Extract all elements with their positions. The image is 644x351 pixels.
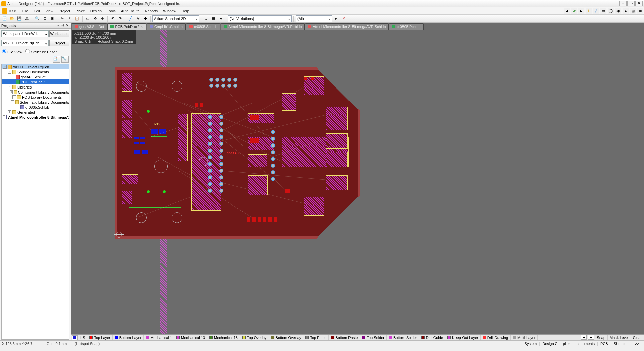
doc-tab-1[interactable]: PCB.PcbDoc *✕: [107, 23, 146, 30]
layer-nav-left[interactable]: ◄: [581, 335, 587, 340]
layer-set-ls[interactable]: LS: [78, 335, 87, 340]
open-button[interactable]: 📂: [9, 15, 15, 22]
layer-snap-tab[interactable]: Snap: [595, 335, 608, 340]
layer-tab-2[interactable]: Mechanical 1: [144, 335, 174, 340]
save-button[interactable]: 💾: [16, 15, 23, 22]
cross-probe-button[interactable]: ✚: [142, 15, 149, 22]
layer-tab-6[interactable]: Bottom Overlay: [269, 335, 304, 340]
tree-pcb-file[interactable]: PCB.PcbDoc *: [2, 79, 69, 84]
layer-tab-5[interactable]: Top Overlay: [240, 335, 269, 340]
comp-header-2x5[interactable]: [206, 75, 247, 92]
layer-tab-12[interactable]: Keep-Out Layer: [445, 335, 481, 340]
nav-back-button[interactable]: ◄: [564, 8, 570, 14]
panel-close-button[interactable]: ✕: [65, 24, 69, 28]
menu-place[interactable]: Place: [73, 8, 88, 14]
filter-clear-button[interactable]: ✕: [340, 15, 347, 22]
doc-tab-4[interactable]: Atmel Microcontroller 8-Bit megaAVR.PcbL…: [221, 23, 305, 30]
status-tab-design-compiler[interactable]: Design Compiler: [539, 342, 572, 346]
pcb-board[interactable]: gostA3 R13: [117, 70, 358, 236]
layer-set-button[interactable]: [72, 335, 78, 340]
menu-help[interactable]: Help: [179, 8, 192, 14]
status-tab-pcb[interactable]: PCB: [597, 342, 611, 346]
workspace-combo[interactable]: Workspace1.DsnWrk: [1, 30, 49, 37]
tree-sch-lib[interactable]: −Schematic Library Documents: [2, 100, 69, 105]
doc-tab-3[interactable]: cr0805.SchLib: [186, 23, 220, 30]
nav-home-button[interactable]: ⟳: [571, 8, 577, 14]
layer-clear-tab[interactable]: Clear: [631, 335, 644, 340]
redo-button[interactable]: ↷: [117, 15, 123, 22]
nav-fwd-button[interactable]: ►: [578, 8, 584, 14]
select-button[interactable]: ▭: [84, 15, 91, 22]
new-button[interactable]: 📄: [1, 15, 8, 22]
menu-design[interactable]: Design: [88, 8, 104, 14]
menu-project[interactable]: Project: [56, 8, 73, 14]
layer-tab-11[interactable]: Drill Guide: [419, 335, 445, 340]
comp-hj[interactable]: [326, 115, 348, 130]
menu-dxp[interactable]: DXP: [9, 9, 16, 13]
menu-window[interactable]: Window: [160, 8, 179, 14]
comp-xd[interactable]: [122, 174, 138, 184]
diff-route-button[interactable]: ≋: [135, 15, 141, 22]
filter-combo[interactable]: (All): [296, 15, 332, 22]
layer-tab-8[interactable]: Bottom Paste: [329, 335, 360, 340]
status-tab-instruments[interactable]: Instruments: [573, 342, 597, 346]
layer-tab-13[interactable]: Drill Drawing: [481, 335, 511, 340]
minimize-button[interactable]: ─: [619, 1, 627, 6]
layer-tab-3[interactable]: Mechanical 13: [174, 335, 207, 340]
dxp-icon[interactable]: [2, 8, 7, 14]
comp-hf[interactable]: [282, 93, 296, 111]
place-line-button[interactable]: ╱: [593, 8, 599, 14]
comp-xb[interactable]: [122, 100, 132, 118]
place-shape-button[interactable]: ▭: [600, 8, 606, 14]
doc-tab-2[interactable]: CmpLib1.CmpLib: [147, 23, 186, 30]
tree-tool1-button[interactable]: 📑: [53, 56, 60, 63]
menu-edit[interactable]: Edit: [31, 8, 43, 14]
layer-tab-0[interactable]: Top Layer: [87, 335, 112, 340]
place-comp-button[interactable]: ▦: [630, 8, 636, 14]
filter-apply-button[interactable]: ▸: [333, 15, 340, 22]
pcb-canvas[interactable]: gostA3 R13: [71, 30, 644, 334]
status-tab-shortcuts[interactable]: Shortcuts: [611, 342, 632, 346]
workspace-button[interactable]: Workspace: [49, 30, 69, 37]
comp-hm[interactable]: [326, 175, 348, 190]
comp-hh[interactable]: [304, 197, 324, 216]
radio-structure-editor[interactable]: Structure Editor: [25, 49, 56, 54]
comp-he[interactable]: [248, 175, 268, 195]
radio-file-view[interactable]: File View: [2, 49, 22, 54]
tree-generated[interactable]: +Generated: [2, 110, 69, 115]
place-text-button[interactable]: A: [623, 8, 629, 14]
cut-button[interactable]: ✂: [59, 15, 66, 22]
status-tab-system[interactable]: System: [522, 342, 540, 346]
tree-project-root[interactable]: −roBOT_Project.PrjPcb: [2, 64, 69, 69]
tree-sch-lib-file[interactable]: cr0805.SchLib: [2, 105, 69, 110]
menu-autoroute[interactable]: Auto Route: [118, 8, 142, 14]
maximize-button[interactable]: ▭: [627, 1, 635, 6]
menu-file[interactable]: File: [20, 8, 31, 14]
grid-button[interactable]: ▦: [210, 15, 217, 22]
deselect-button[interactable]: ⊘: [99, 15, 106, 22]
comp-xc[interactable]: [122, 120, 132, 138]
layer-mask-tab[interactable]: Mask Level: [608, 335, 631, 340]
menu-reports[interactable]: Reports: [142, 8, 161, 14]
variations-combo[interactable]: [No Variations]: [228, 15, 292, 22]
undo-button[interactable]: ↶: [109, 15, 116, 22]
close-button[interactable]: ✕: [635, 1, 643, 6]
tab-close-icon[interactable]: ✕: [141, 25, 143, 28]
align-button[interactable]: ≡: [203, 15, 210, 22]
layer-tab-4[interactable]: Mechanical 15: [207, 335, 240, 340]
status-tab-more[interactable]: >>: [632, 342, 642, 346]
project-button[interactable]: Project: [49, 40, 69, 46]
layer-tab-9[interactable]: Top Solder: [360, 335, 387, 340]
layer-tab-14[interactable]: Multi-Layer: [511, 335, 538, 340]
menu-tools[interactable]: Tools: [104, 8, 118, 14]
comp-hk[interactable]: [326, 133, 348, 149]
paste-button[interactable]: 📋: [74, 15, 80, 22]
print-button[interactable]: 🖶: [23, 15, 30, 22]
project-tree[interactable]: −roBOT_Project.PrjPcb −Source Documents …: [1, 64, 69, 340]
panel-dropdown-button[interactable]: ▾: [56, 24, 60, 28]
comp-xa[interactable]: [122, 73, 132, 92]
route-button[interactable]: ╱: [127, 15, 134, 22]
place-pad-button[interactable]: ◉: [615, 8, 621, 14]
doc-tab-5[interactable]: Atmel Microcontroller 8-Bit megaAVR.SchL…: [305, 23, 389, 30]
tree-comp-lib[interactable]: +Component Library Documents: [2, 90, 69, 95]
